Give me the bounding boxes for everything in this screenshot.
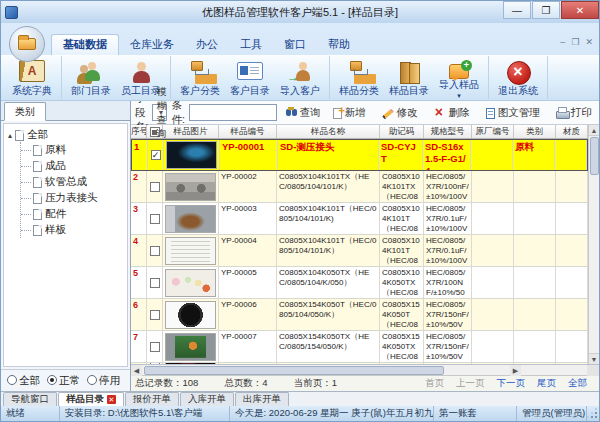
customer-catalog-button[interactable]: 客户目录: [225, 57, 275, 98]
radio-正常[interactable]: 正常: [47, 374, 80, 388]
ribbon-tab-2[interactable]: 办公: [185, 35, 229, 55]
category-tree[interactable]: ▴ 全部 原料成品软管总成压力表接头配件样板: [3, 123, 128, 367]
mdi-tab-nav-window[interactable]: 导航窗口: [3, 392, 57, 406]
customer-category-button[interactable]: 客户分类: [175, 57, 225, 98]
radio-全部[interactable]: 全部: [7, 374, 40, 388]
expander-icon[interactable]: ▴: [8, 131, 12, 140]
person-icon: [128, 60, 154, 82]
ribbon-tab-0[interactable]: 基础数据: [51, 34, 119, 55]
ribbon-tab-4[interactable]: 窗口: [273, 35, 317, 55]
minimize-button[interactable]: —: [503, 1, 531, 19]
tree-item-4[interactable]: 配件: [21, 206, 125, 222]
column-header-5[interactable]: 助记码: [380, 125, 424, 138]
tree-root[interactable]: ▴ 全部: [6, 128, 125, 142]
table-row[interactable]: 5YP-00005C0805X104K050TX（HEC/0805/104/K/…: [131, 267, 588, 299]
row-checkbox[interactable]: [150, 214, 160, 224]
resize-grip[interactable]: [587, 408, 599, 420]
condition-label: 条件:: [171, 99, 184, 127]
category: 原料: [513, 140, 555, 170]
ribbon-tab-3[interactable]: 工具: [229, 35, 273, 55]
table-row[interactable]: 3YP-00003C0805X104K101T（HEC/0805/104/101…: [131, 203, 588, 235]
horizontal-scrollbar[interactable]: ◀ ▶: [131, 365, 599, 376]
row-checkbox: [147, 363, 163, 364]
page-last-link[interactable]: 尾页: [537, 377, 556, 390]
tree-item-0[interactable]: 原料: [21, 142, 125, 158]
department-catalog-button[interactable]: 部门目录: [66, 57, 116, 98]
table-row[interactable]: 2YP-00002C0805X104K101TX（HEC/0805/104/10…: [131, 171, 588, 203]
delete-button[interactable]: 删除: [430, 104, 474, 122]
scroll-down-icon[interactable]: ▼: [589, 353, 600, 364]
child-restore-button[interactable]: ❐: [571, 37, 579, 47]
app-menu-button[interactable]: [9, 26, 45, 62]
sample-name: [277, 363, 380, 364]
mdi-tab-inbound-order[interactable]: 入库开单: [180, 392, 234, 406]
ribbon-tab-1[interactable]: 仓库业务: [119, 35, 185, 55]
image-text-manage-button[interactable]: 图文管理: [482, 104, 544, 122]
scroll-thumb[interactable]: [144, 366, 444, 375]
column-header-9[interactable]: 材质: [556, 125, 588, 138]
mdi-tab-sample-catalog-tab[interactable]: 样品目录✕: [58, 392, 124, 406]
sample-catalog-button[interactable]: 样品目录: [384, 57, 434, 98]
column-header-6[interactable]: 规格型号: [424, 125, 472, 138]
print-button[interactable]: 打印: [552, 104, 596, 122]
spec-model: HEC/0805/X7R/150nF/±10%/50V: [424, 299, 472, 330]
scroll-left-icon[interactable]: ◀: [131, 365, 142, 376]
row-checkbox[interactable]: [150, 246, 160, 256]
row-checkbox[interactable]: [150, 342, 160, 352]
radio-icon[interactable]: [7, 375, 17, 385]
row-checkbox[interactable]: [150, 278, 160, 288]
modify-button[interactable]: 修改: [378, 104, 422, 122]
row-number: 2: [131, 171, 147, 202]
vertical-scrollbar[interactable]: ▲ ▼: [588, 125, 599, 364]
page-next-link[interactable]: 下一页: [497, 377, 526, 390]
import-sample-label: 导入样品: [439, 78, 479, 92]
tree-item-2[interactable]: 软管总成: [21, 174, 125, 190]
add-new-button[interactable]: 新增: [329, 104, 370, 122]
radio-icon[interactable]: [87, 375, 97, 385]
page-all-link[interactable]: 全部: [568, 377, 587, 390]
row-checkbox[interactable]: ✓: [151, 150, 161, 160]
column-header-4[interactable]: 样品名称: [277, 125, 380, 138]
column-header-0[interactable]: 序号: [131, 125, 147, 138]
radio-icon[interactable]: [47, 375, 57, 385]
mdi-tab-quote-order[interactable]: 报价开单: [125, 392, 179, 406]
table-row[interactable]: 1✓YP-00001SD-测压接头SD-CYJTSD-S16x1.5-F-G1/…: [131, 139, 588, 171]
sample-category-button[interactable]: 样品分类: [334, 57, 384, 98]
search-button[interactable]: 查询: [281, 104, 325, 122]
row-checkbox[interactable]: [150, 363, 160, 364]
row-checkbox[interactable]: [150, 310, 160, 320]
child-close-button[interactable]: ✕: [585, 37, 593, 47]
tab-category[interactable]: 类别: [4, 102, 46, 121]
ribbon-tab-5[interactable]: 帮助: [317, 35, 361, 55]
status-bar: 就绪安装目录: D:\优图软件5.1\客户端今天是: 2020-06-29 星期…: [1, 406, 599, 421]
column-header-8[interactable]: 类别: [514, 125, 556, 138]
scroll-thumb[interactable]: [590, 137, 599, 175]
import-sample-button[interactable]: +导入样品▾: [434, 57, 484, 98]
tree-item-3[interactable]: 压力表接头: [21, 190, 125, 206]
table-row[interactable]: 6YP-00006C0805X154K050T（HEC/0805/104/050…: [131, 299, 588, 331]
sample-image: [163, 331, 219, 362]
import-customer-button[interactable]: →导入客户: [275, 57, 325, 98]
close-button[interactable]: ✕: [561, 1, 599, 19]
condition-input[interactable]: [189, 104, 277, 121]
column-header-7[interactable]: 原厂编号: [472, 125, 514, 138]
child-minimize-button[interactable]: –: [560, 37, 565, 47]
column-header-3[interactable]: 样品编号: [219, 125, 277, 138]
tree-item-1[interactable]: 成品: [21, 158, 125, 174]
mdi-tab-outbound-order[interactable]: 出库开单: [235, 392, 289, 406]
scroll-up-icon[interactable]: ▲: [589, 125, 600, 136]
table-row[interactable]: 7YP-00007C0805X154K050TX（HEC/0805/154/05…: [131, 331, 588, 363]
system-dictionary-button[interactable]: 系统字典: [7, 57, 57, 98]
scroll-right-icon[interactable]: ▶: [510, 365, 521, 376]
maximize-button[interactable]: ❐: [532, 1, 560, 19]
category: [514, 299, 556, 330]
row-checkbox[interactable]: [150, 182, 160, 192]
column-header-2[interactable]: 样品图片: [163, 125, 219, 138]
radio-停用[interactable]: 停用: [87, 374, 120, 388]
status-filter-radios: 全部正常停用: [1, 369, 130, 391]
field-select[interactable]: 模糊查询 ▼: [152, 104, 167, 121]
table-row[interactable]: 4YP-00004C0805X104K101T（HEC/0805/104/101…: [131, 235, 588, 267]
exit-system-button[interactable]: 退出系统: [493, 57, 543, 98]
tree-item-5[interactable]: 样板: [21, 222, 125, 238]
close-icon[interactable]: ✕: [107, 395, 116, 404]
